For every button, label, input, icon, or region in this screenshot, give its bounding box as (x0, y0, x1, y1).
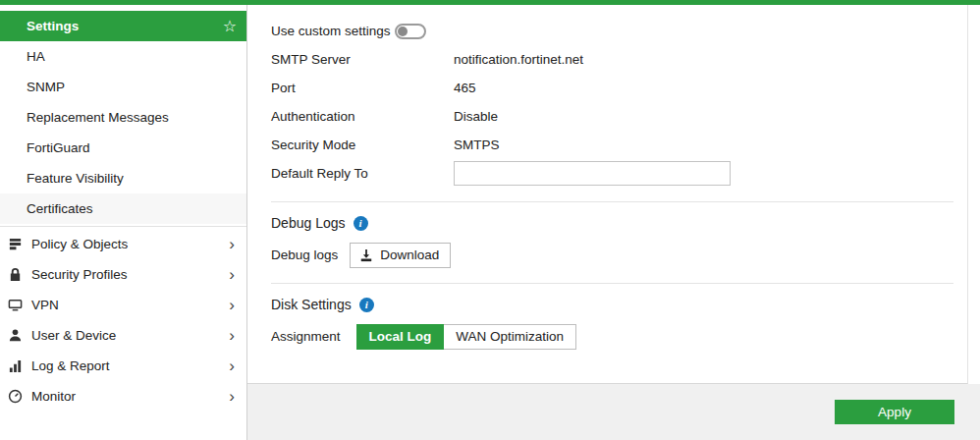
debug-logs-row: Debug logs Download (271, 241, 953, 269)
sidebar-item-label: Monitor (31, 389, 76, 404)
default-reply-to-row: Default Reply To (271, 159, 953, 188)
smtp-server-row: SMTP Server notification.fortinet.net (271, 45, 953, 74)
sidebar-divider (0, 226, 246, 227)
field-label: Port (271, 81, 454, 95)
sidebar-item-vpn[interactable]: VPN › (0, 290, 246, 320)
authentication-row: Authentication Disable (271, 102, 953, 131)
section-title: Debug Logs (271, 215, 346, 231)
sidebar-item-replacement-messages[interactable]: Replacement Messages (0, 102, 246, 133)
apply-button[interactable]: Apply (835, 400, 954, 424)
field-value: SMTPS (454, 138, 500, 152)
settings-panel: Use custom settings SMTP Server notifica… (247, 5, 968, 384)
sidebar-item-label: Feature Visibility (27, 171, 124, 186)
use-custom-settings-label: Use custom settings (271, 24, 391, 38)
user-icon (8, 328, 23, 343)
sidebar-item-certificates[interactable]: Certificates (0, 193, 246, 224)
sidebar-item-log-report[interactable]: Log & Report › (0, 351, 246, 381)
download-icon (359, 248, 373, 262)
info-icon[interactable]: i (354, 216, 368, 231)
assignment-row: Assignment Local Log WAN Optimization (271, 322, 953, 351)
field-label: Debug logs (271, 248, 338, 262)
chevron-right-icon: › (229, 327, 235, 344)
assignment-segmented-control: Local Log WAN Optimization (356, 324, 577, 350)
sidebar: Settings ☆ HA SNMP Replacement Messages … (0, 5, 247, 440)
security-mode-row: Security Mode SMTPS (271, 131, 953, 159)
port-row: Port 465 (271, 74, 953, 102)
field-label: Assignment (271, 329, 341, 344)
field-value: notification.fortinet.net (454, 52, 583, 67)
field-value: 465 (454, 81, 476, 95)
sidebar-item-label: Security Profiles (31, 267, 128, 282)
sidebar-item-label: Log & Report (31, 358, 110, 373)
sidebar-item-label: HA (27, 49, 45, 64)
page-layout: Settings ☆ HA SNMP Replacement Messages … (0, 5, 980, 440)
field-label: Authentication (271, 109, 454, 124)
default-reply-to-input[interactable] (454, 161, 731, 186)
use-custom-settings-toggle[interactable] (395, 24, 426, 39)
sidebar-item-label: VPN (31, 298, 59, 312)
sidebar-item-snmp[interactable]: SNMP (0, 72, 246, 102)
assignment-option-wan-optimization[interactable]: WAN Optimization (444, 324, 576, 350)
gauge-icon (8, 389, 23, 404)
field-value: Disable (454, 109, 498, 124)
section-title: Disk Settings (271, 297, 352, 312)
footer-bar: Apply (247, 384, 980, 440)
chevron-right-icon: › (229, 388, 235, 405)
sidebar-item-settings[interactable]: Settings ☆ (0, 11, 246, 41)
field-label: Security Mode (271, 138, 454, 152)
sidebar-item-label: FortiGuard (27, 140, 90, 155)
chevron-right-icon: › (229, 358, 235, 374)
disk-settings-section-header: Disk Settings i (271, 297, 953, 312)
sidebar-item-label: Settings (27, 19, 79, 33)
sidebar-item-label: Replacement Messages (27, 110, 169, 125)
bar-chart-icon (8, 358, 23, 373)
chevron-right-icon: › (229, 266, 235, 283)
chevron-right-icon: › (229, 297, 235, 313)
sidebar-item-feature-visibility[interactable]: Feature Visibility (0, 163, 246, 193)
section-divider (271, 201, 953, 202)
sidebar-item-security-profiles[interactable]: Security Profiles › (0, 259, 246, 290)
policy-objects-icon (8, 237, 23, 251)
chevron-right-icon: › (229, 236, 235, 252)
sidebar-item-fortiguard[interactable]: FortiGuard (0, 133, 246, 163)
assignment-option-local-log[interactable]: Local Log (356, 324, 445, 350)
sidebar-item-ha[interactable]: HA (0, 41, 246, 72)
download-button[interactable]: Download (350, 243, 451, 268)
section-divider (271, 283, 953, 284)
sidebar-item-label: SNMP (27, 80, 65, 94)
sidebar-item-label: User & Device (31, 328, 116, 343)
main-column: Use custom settings SMTP Server notifica… (247, 5, 980, 440)
lock-icon (8, 267, 23, 282)
field-label: SMTP Server (271, 52, 454, 67)
info-icon[interactable]: i (359, 298, 374, 312)
favorite-star-icon[interactable]: ☆ (223, 17, 237, 35)
sidebar-item-monitor[interactable]: Monitor › (0, 381, 246, 412)
sidebar-item-user-device[interactable]: User & Device › (0, 320, 246, 351)
sidebar-item-label: Policy & Objects (31, 237, 128, 251)
toggle-knob (398, 27, 408, 36)
debug-logs-section-header: Debug Logs i (271, 215, 953, 231)
download-button-label: Download (380, 248, 439, 262)
use-custom-settings-row: Use custom settings (271, 17, 953, 45)
field-label: Default Reply To (271, 166, 454, 181)
sidebar-item-policy-objects[interactable]: Policy & Objects › (0, 229, 246, 259)
sidebar-item-label: Certificates (27, 201, 93, 216)
monitor-icon (8, 298, 23, 312)
